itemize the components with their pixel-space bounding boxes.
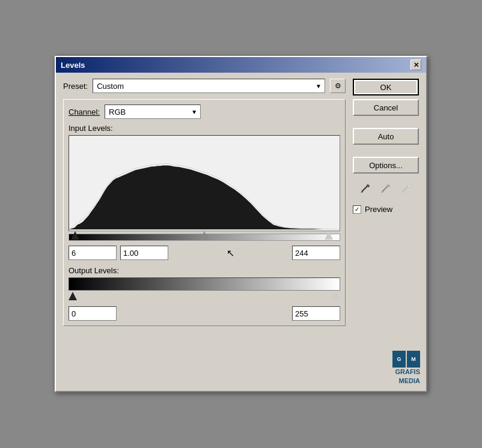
title-bar: Levels ✕ <box>56 57 426 73</box>
output-black-slider[interactable] <box>69 292 77 300</box>
watermark-logo: G M <box>392 351 420 368</box>
channel-row: Channel: RGB Red Green Blue ▼ <box>69 104 340 119</box>
watermark-box2: M <box>407 351 420 368</box>
black-point-slider[interactable] <box>71 231 79 240</box>
preview-row: ✓ Preview <box>353 205 419 214</box>
cursor-indicator: ↖ <box>172 247 288 259</box>
black-eyedropper-icon <box>359 181 372 195</box>
watermark-box1: G <box>392 351 406 368</box>
output-section: Output Levels: 0 255 <box>69 266 340 321</box>
input-values-row: 6 1.00 ↖ 244 <box>69 246 340 260</box>
svg-line-1 <box>362 186 367 192</box>
input-levels-label: Input Levels: <box>69 124 340 133</box>
white-point-slider[interactable] <box>325 231 333 240</box>
histogram-container <box>69 135 340 231</box>
close-button[interactable]: ✕ <box>410 59 421 70</box>
preset-options-button[interactable]: ⚙ <box>330 79 346 93</box>
auto-button[interactable]: Auto <box>353 128 419 145</box>
preview-checkbox[interactable]: ✓ <box>353 205 361 214</box>
levels-dialog: Levels ✕ Preset: Custom ▼ ⚙ <box>55 56 427 392</box>
white-point-input[interactable]: 244 <box>292 246 340 260</box>
midpoint-input[interactable]: 1.00 <box>120 246 168 260</box>
left-panel: Preset: Custom ▼ ⚙ Channel: <box>63 79 346 326</box>
preset-select-wrapper: Custom ▼ <box>93 79 325 93</box>
preset-row: Preset: Custom ▼ ⚙ <box>63 79 346 93</box>
watermark: G M GRAFIS MEDIA <box>392 351 420 385</box>
gray-eyedropper-button[interactable] <box>377 180 394 196</box>
output-white-input[interactable]: 255 <box>292 306 340 321</box>
output-slider-area <box>69 292 340 303</box>
channel-section: Channel: RGB Red Green Blue ▼ Input Leve… <box>63 99 346 326</box>
svg-line-4 <box>382 186 388 192</box>
dialog-content: Preset: Custom ▼ ⚙ Channel: <box>56 73 426 332</box>
watermark-line2: MEDIA <box>392 377 420 385</box>
right-panel: OK Cancel Auto Options... <box>353 79 419 326</box>
output-white-slider[interactable] <box>332 292 340 300</box>
white-eyedropper-icon <box>400 181 413 195</box>
dialog-title: Levels <box>61 61 85 70</box>
output-black-input[interactable]: 0 <box>69 306 117 321</box>
watermark-line1: GRAFIS <box>392 368 420 376</box>
gray-eyedropper-icon <box>379 181 392 195</box>
cancel-button[interactable]: Cancel <box>353 99 419 116</box>
preset-select[interactable]: Custom <box>93 79 325 93</box>
preset-label: Preset: <box>63 82 88 91</box>
preview-label: Preview <box>365 205 392 214</box>
output-gradient-bar <box>69 277 340 291</box>
white-eyedropper-button[interactable] <box>398 180 415 196</box>
channel-select[interactable]: RGB Red Green Blue <box>105 104 201 119</box>
black-eyedropper-button[interactable] <box>357 180 374 196</box>
svg-line-7 <box>403 186 408 192</box>
preset-options-icon: ⚙ <box>335 82 341 90</box>
channel-label: Channel: <box>69 107 100 117</box>
output-values-row: 0 255 <box>69 306 340 321</box>
options-button[interactable]: Options... <box>353 157 419 174</box>
output-levels-label: Output Levels: <box>69 266 340 275</box>
ok-button[interactable]: OK <box>353 79 419 95</box>
channel-select-wrapper: RGB Red Green Blue ▼ <box>105 104 201 119</box>
histogram-chart <box>69 136 340 231</box>
input-slider-area <box>69 231 340 243</box>
black-point-input[interactable]: 6 <box>69 246 117 260</box>
midpoint-slider[interactable] <box>200 231 209 240</box>
eyedropper-row <box>353 180 419 196</box>
